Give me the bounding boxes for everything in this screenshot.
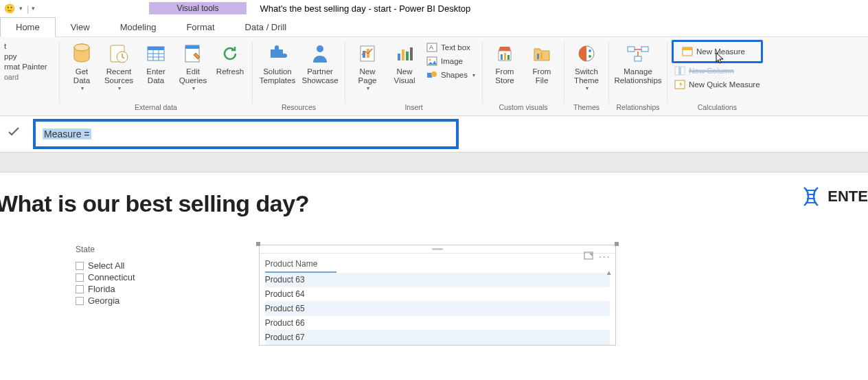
resize-handle-icon[interactable] [256, 242, 260, 246]
svg-rect-36 [641, 47, 648, 52]
svg-rect-27 [501, 54, 503, 60]
slicer-title: State [76, 245, 135, 254]
from-store-label: From Store [495, 67, 514, 85]
formula-commit-icon[interactable] [0, 119, 27, 139]
svg-rect-39 [683, 47, 692, 50]
tab-home[interactable]: Home [0, 17, 56, 37]
new-column-button[interactable]: New Column [672, 65, 763, 77]
refresh-icon [220, 41, 240, 66]
qat-dropdown-icon[interactable]: ▾ [18, 5, 24, 12]
svg-rect-30 [537, 54, 539, 59]
formula-input[interactable]: Measure = [33, 119, 459, 149]
slicer-item-select-all[interactable]: Select All [76, 260, 135, 271]
from-store-button[interactable]: From Store [487, 38, 523, 85]
svg-rect-41 [678, 67, 681, 75]
formula-bar-area: Measure = [0, 116, 868, 152]
group-insert: New Page▾ New Visual A Text box Image [345, 37, 482, 115]
folder-icon [532, 41, 551, 66]
column-icon [674, 65, 685, 76]
group-label-clipboard: oard [4, 71, 55, 84]
copy-button[interactable]: ppy [4, 52, 59, 61]
smiley-icon[interactable]: 🙂 [4, 3, 15, 14]
visual-drag-bar[interactable] [260, 245, 615, 254]
slicer-item-georgia[interactable]: Georgia [76, 295, 135, 306]
svg-text:A: A [429, 44, 433, 51]
scroll-up-icon[interactable]: ▲ [606, 269, 613, 276]
checkbox-icon[interactable] [76, 262, 84, 270]
format-painter-button[interactable]: rmat Painter [4, 62, 59, 71]
table-header-product-name[interactable]: Product Name [265, 258, 336, 273]
new-page-button[interactable]: New Page▾ [350, 38, 385, 92]
state-slicer[interactable]: State Select All Connecticut Florida Geo… [76, 245, 135, 346]
enter-data-button[interactable]: Enter Data [138, 38, 174, 85]
enter-data-icon [146, 41, 165, 66]
brand-logo: ENTE [800, 186, 868, 207]
ribbon-tabs: Home View Modeling Format Data / Drill [0, 16, 868, 37]
checkbox-icon[interactable] [76, 297, 84, 305]
from-file-button[interactable]: From File [524, 38, 560, 85]
puzzle-icon [267, 41, 288, 66]
formula-text: Measure = [43, 128, 91, 139]
svg-point-25 [431, 71, 437, 77]
new-column-label: New Column [689, 67, 734, 75]
manage-relationships-button[interactable]: Manage Relationships [613, 38, 663, 85]
svg-rect-24 [427, 73, 432, 78]
checkbox-icon[interactable] [76, 285, 84, 293]
document-title: What's the best selling day - start - Po… [260, 3, 471, 14]
edit-queries-label: Edit Queries [179, 67, 207, 85]
svg-point-34 [589, 55, 591, 58]
switch-theme-label: Switch Theme [574, 67, 599, 85]
table-row[interactable]: Product 65 [265, 302, 610, 316]
table-row[interactable]: Product 67 [265, 331, 610, 345]
shapes-button[interactable]: Shapes▾ [424, 69, 478, 81]
table-row[interactable]: Product 63 [265, 273, 610, 287]
person-icon [311, 41, 329, 66]
text-box-button[interactable]: A Text box [424, 41, 478, 54]
tab-modeling[interactable]: Modeling [105, 18, 172, 36]
tab-view[interactable]: View [56, 18, 105, 36]
new-quick-measure-button[interactable]: New Quick Measure [672, 78, 763, 91]
ribbon: t ppy rmat Painter oard Get Data▾ Recent… [0, 37, 868, 116]
grip-icon [432, 248, 443, 250]
contextual-tab-visual-tools[interactable]: Visual tools [149, 2, 246, 14]
quick-access-toolbar: 🙂 ▾ | ▾ [0, 3, 39, 14]
table-row[interactable]: Product 64 [265, 287, 610, 302]
group-label-themes: Themes [569, 102, 604, 114]
recent-sources-label: Recent Sources [104, 67, 133, 85]
recent-sources-icon [108, 41, 129, 66]
text-box-label: Text box [441, 43, 470, 52]
group-relationships: Manage Relationships Relationships [609, 37, 667, 115]
slicer-item-connecticut[interactable]: Connecticut [76, 271, 135, 283]
switch-theme-button[interactable]: Switch Theme▾ [569, 38, 604, 92]
slicer-item-florida[interactable]: Florida [76, 283, 135, 295]
title-bar: 🙂 ▾ | ▾ Visual tools What's the best sel… [0, 0, 868, 16]
image-label: Image [441, 57, 463, 65]
recent-sources-button[interactable]: Recent Sources▾ [101, 38, 137, 92]
checkbox-icon[interactable] [76, 273, 84, 282]
get-data-button[interactable]: Get Data▾ [64, 38, 100, 92]
from-file-label: From File [533, 67, 551, 85]
group-label-relationships: Relationships [613, 102, 663, 114]
qat-overflow-icon[interactable]: ▾ [32, 5, 35, 12]
svg-rect-19 [410, 47, 413, 60]
slicer-item-label: Connecticut [88, 272, 135, 282]
cut-button[interactable]: t [4, 41, 59, 51]
edit-queries-button[interactable]: Edit Queries▾ [175, 38, 211, 92]
image-button[interactable]: Image [424, 55, 478, 67]
new-visual-button[interactable]: New Visual [387, 38, 422, 85]
group-label-external: External data [64, 102, 248, 114]
product-table-visual[interactable]: ··· ▲ Product Name Product 63 Product 64… [259, 245, 616, 346]
svg-rect-18 [406, 52, 409, 60]
refresh-label: Refresh [216, 67, 244, 76]
relationships-icon [626, 41, 650, 66]
refresh-button[interactable]: Refresh [212, 38, 248, 76]
table-row[interactable]: Product 66 [265, 316, 610, 331]
new-measure-button[interactable]: New Measure [672, 40, 763, 63]
resize-handle-icon[interactable] [615, 242, 619, 246]
qat-sep: | [27, 3, 29, 14]
partner-showcase-label: Partner Showcase [301, 67, 338, 85]
partner-showcase-button[interactable]: Partner Showcase [299, 38, 341, 85]
tab-data-drill[interactable]: Data / Drill [230, 18, 302, 36]
solution-templates-button[interactable]: Solution Templates [257, 38, 298, 85]
tab-format[interactable]: Format [171, 18, 229, 36]
